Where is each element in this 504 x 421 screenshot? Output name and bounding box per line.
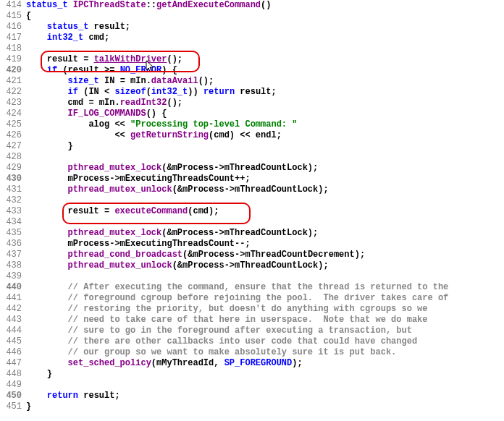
code-line: 444 // sure to go in the foreground afte… — [0, 326, 504, 336]
code-text: status_t IPCThreadState::getAndExecuteCo… — [26, 0, 504, 11]
line-number: 445 — [0, 336, 26, 347]
code-text: // sure to go in the foreground after ex… — [26, 326, 504, 336]
line-number: 435 — [0, 228, 26, 239]
code-line: 440 // After executing the command, ensu… — [0, 282, 504, 293]
code-listing: 414status_t IPCThreadState::getAndExecut… — [0, 0, 504, 412]
code-line: 429 pthread_mutex_lock(&mProcess->mThrea… — [0, 163, 504, 174]
line-number: 451 — [0, 401, 26, 412]
code-line: 422 if (IN < sizeof(int32_t)) return res… — [0, 87, 504, 98]
line-number: 442 — [0, 304, 26, 315]
code-line: 436 mProcess->mExecutingThreadsCount--; — [0, 239, 504, 250]
line-number: 427 — [0, 141, 26, 152]
line-number: 446 — [0, 347, 26, 358]
code-text: int32_t cmd; — [26, 33, 504, 43]
code-text: set_sched_policy(mMyThreadId, SP_FOREGRO… — [26, 358, 504, 369]
line-number: 426 — [0, 130, 26, 141]
line-number: 419 — [0, 54, 26, 65]
code-line: 428 — [0, 152, 504, 163]
code-line: 437 pthread_cond_broadcast(&mProcess->mT… — [0, 250, 504, 260]
code-line: 438 pthread_mutex_unlock(&mProcess->mThr… — [0, 260, 504, 271]
code-text: // foreground cgroup before rejoining th… — [26, 293, 504, 304]
line-number: 433 — [0, 206, 26, 217]
code-line: 418 — [0, 43, 504, 54]
code-text: if (result >= NO_ERROR) { — [26, 65, 504, 76]
code-line: 417 int32_t cmd; — [0, 33, 504, 43]
line-number: 428 — [0, 152, 26, 163]
code-text: pthread_mutex_unlock(&mProcess->mThreadC… — [26, 260, 504, 271]
line-number: 425 — [0, 119, 26, 130]
code-text: if (IN < sizeof(int32_t)) return result; — [26, 87, 504, 98]
code-text: pthread_cond_broadcast(&mProcess->mThrea… — [26, 250, 504, 260]
line-number: 432 — [0, 195, 26, 206]
line-number: 450 — [0, 391, 26, 401]
code-text: } — [26, 141, 504, 152]
line-number: 447 — [0, 358, 26, 369]
code-line: 433 result = executeCommand(cmd); — [0, 206, 504, 217]
code-line: 424 IF_LOG_COMMANDS() { — [0, 109, 504, 119]
code-line: 427 } — [0, 141, 504, 152]
line-number: 443 — [0, 315, 26, 326]
code-text: // our group so we want to make absolute… — [26, 347, 504, 358]
code-text: pthread_mutex_lock(&mProcess->mThreadCou… — [26, 228, 504, 239]
code-text: << getReturnString(cmd) << endl; — [26, 130, 504, 141]
code-line: 435 pthread_mutex_lock(&mProcess->mThrea… — [0, 228, 504, 239]
code-line: 415{ — [0, 11, 504, 22]
line-number: 414 — [0, 0, 26, 11]
line-number: 421 — [0, 76, 26, 87]
code-text: } — [26, 401, 504, 412]
code-line: 420 if (result >= NO_ERROR) { — [0, 65, 504, 76]
code-text: // there are other callbacks into user c… — [26, 336, 504, 347]
code-text: alog << "Processing top-level Command: " — [26, 119, 504, 130]
line-number: 418 — [0, 43, 26, 54]
line-number: 422 — [0, 87, 26, 98]
code-text: // need to take care of that here in use… — [26, 315, 504, 326]
code-line: 432 — [0, 195, 504, 206]
line-number: 424 — [0, 109, 26, 119]
code-text: // After executing the command, ensure t… — [26, 282, 504, 293]
code-text: IF_LOG_COMMANDS() { — [26, 109, 504, 119]
code-text: size_t IN = mIn.dataAvail(); — [26, 76, 504, 87]
code-text: mProcess->mExecutingThreadsCount++; — [26, 174, 504, 184]
code-line: 431 pthread_mutex_unlock(&mProcess->mThr… — [0, 184, 504, 195]
code-line: 443 // need to take care of that here in… — [0, 315, 504, 326]
code-line: 434 — [0, 217, 504, 228]
line-number: 439 — [0, 271, 26, 282]
code-line: 416 status_t result; — [0, 22, 504, 33]
code-line: 442 // restoring the priority, but doesn… — [0, 304, 504, 315]
code-line: 423 cmd = mIn.readInt32(); — [0, 98, 504, 109]
line-number: 438 — [0, 260, 26, 271]
line-number: 440 — [0, 282, 26, 293]
code-line: 421 size_t IN = mIn.dataAvail(); — [0, 76, 504, 87]
line-number: 431 — [0, 184, 26, 195]
line-number: 449 — [0, 380, 26, 391]
line-number: 420 — [0, 65, 26, 76]
code-line: 425 alog << "Processing top-level Comman… — [0, 119, 504, 130]
code-line: 439 — [0, 271, 504, 282]
code-line: 441 // foreground cgroup before rejoinin… — [0, 293, 504, 304]
code-text: result = talkWithDriver(); — [26, 54, 504, 65]
code-line: 426 << getReturnString(cmd) << endl; — [0, 130, 504, 141]
code-line: 447 set_sched_policy(mMyThreadId, SP_FOR… — [0, 358, 504, 369]
code-text: mProcess->mExecutingThreadsCount--; — [26, 239, 504, 250]
line-number: 434 — [0, 217, 26, 228]
code-line: 446 // our group so we want to make abso… — [0, 347, 504, 358]
code-line: 414status_t IPCThreadState::getAndExecut… — [0, 0, 504, 11]
line-number: 437 — [0, 250, 26, 260]
code-line: 430 mProcess->mExecutingThreadsCount++; — [0, 174, 504, 184]
code-line: 445 // there are other callbacks into us… — [0, 336, 504, 347]
code-text: cmd = mIn.readInt32(); — [26, 98, 504, 109]
line-number: 429 — [0, 163, 26, 174]
code-text: pthread_mutex_lock(&mProcess->mThreadCou… — [26, 163, 504, 174]
code-line: 419 result = talkWithDriver(); — [0, 54, 504, 65]
line-number: 444 — [0, 326, 26, 336]
line-number: 417 — [0, 33, 26, 43]
line-number: 448 — [0, 369, 26, 380]
code-line: 451} — [0, 401, 504, 412]
line-number: 441 — [0, 293, 26, 304]
code-line: 448 } — [0, 369, 504, 380]
line-number: 436 — [0, 239, 26, 250]
code-text: status_t result; — [26, 22, 504, 33]
code-text: // restoring the priority, but doesn't d… — [26, 304, 504, 315]
code-text: return result; — [26, 391, 504, 401]
line-number: 430 — [0, 174, 26, 184]
